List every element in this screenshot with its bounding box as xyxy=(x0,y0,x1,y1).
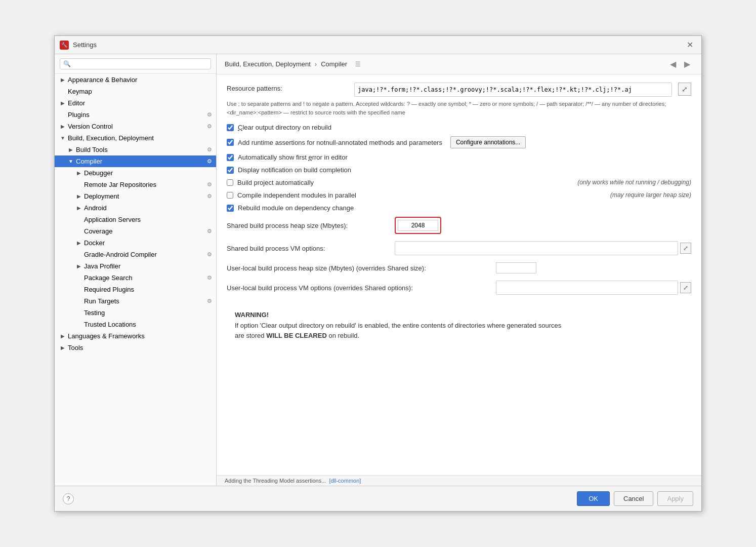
settings-icon: ⚙ xyxy=(207,158,212,165)
sidebar-item-label: Debugger xyxy=(83,169,212,177)
heap-size-input[interactable] xyxy=(398,220,438,231)
nav-forward-button[interactable]: ▶ xyxy=(681,58,693,70)
sidebar-item-package-search[interactable]: Package Search ⚙ xyxy=(55,272,216,284)
sidebar-item-coverage[interactable]: Coverage ⚙ xyxy=(55,225,216,237)
search-input[interactable] xyxy=(73,60,207,67)
expand-arrow: ▶ xyxy=(59,77,67,83)
settings-icon: ⚙ xyxy=(207,298,212,304)
sidebar-item-compiler[interactable]: ▼ Compiler ⚙ xyxy=(55,155,216,167)
expand-arrow: ▶ xyxy=(75,205,83,211)
sidebar-item-docker[interactable]: ▶ Docker xyxy=(55,237,216,249)
expand-arrow: ▶ xyxy=(59,345,67,350)
user-heap-input[interactable] xyxy=(496,262,536,274)
help-button[interactable]: ? xyxy=(63,493,74,504)
breadcrumb-parent: Build, Execution, Deployment xyxy=(225,60,311,68)
sidebar-item-app-servers[interactable]: Application Servers xyxy=(55,214,216,225)
sidebar-item-java-profiler[interactable]: ▶ Java Profiler xyxy=(55,260,216,272)
expand-arrow: ▼ xyxy=(59,135,67,141)
apply-button[interactable]: Apply xyxy=(657,491,693,506)
settings-icon: ⚙ xyxy=(207,181,212,188)
breadcrumb-current: Compiler xyxy=(321,60,347,68)
user-vm-label: User-local build process VM options (ove… xyxy=(227,284,490,292)
warning-text: If option 'Clear output directory on reb… xyxy=(235,321,683,340)
warning-title: WARNING! xyxy=(235,311,683,319)
search-bar: 🔍 xyxy=(55,54,216,74)
expand-arrow: ▶ xyxy=(75,240,83,246)
page-icon: ☰ xyxy=(355,61,361,68)
display-notification-checkbox[interactable] xyxy=(227,167,234,174)
checkbox-display-notification: Display notification on build completion xyxy=(227,166,691,174)
expand-arrow: ▶ xyxy=(67,147,75,152)
sidebar-item-tools[interactable]: ▶ Tools xyxy=(55,342,216,354)
expand-arrow: ▶ xyxy=(75,263,83,269)
sidebar-item-appearance[interactable]: ▶ Appearance & Behavior xyxy=(55,74,216,86)
cancel-button[interactable]: Cancel xyxy=(614,491,653,506)
sidebar-item-build-exec-deploy[interactable]: ▼ Build, Execution, Deployment xyxy=(55,132,216,144)
ok-button[interactable]: OK xyxy=(577,491,610,506)
expand-arrow: ▼ xyxy=(67,159,75,164)
sidebar-item-label: Appearance & Behavior xyxy=(67,75,212,84)
sidebar-item-gradle-android[interactable]: Gradle-Android Compiler ⚙ xyxy=(55,249,216,260)
clear-output-checkbox[interactable] xyxy=(227,124,234,131)
sidebar-item-remote-jar[interactable]: Remote Jar Repositories ⚙ xyxy=(55,179,216,190)
expand-arrow: ▶ xyxy=(75,193,83,199)
user-vm-expand-button[interactable]: ⤢ xyxy=(680,282,691,293)
sidebar-item-testing[interactable]: Testing xyxy=(55,307,216,319)
sidebar-item-debugger[interactable]: ▶ Debugger xyxy=(55,167,216,179)
sidebar-item-run-targets[interactable]: Run Targets ⚙ xyxy=(55,295,216,307)
build-auto-label: Build project automatically xyxy=(237,179,314,186)
configure-annotations-button[interactable]: Configure annotations... xyxy=(450,136,526,148)
show-first-error-checkbox[interactable] xyxy=(227,154,234,161)
compile-parallel-left: Compile independent modules in parallel xyxy=(227,191,459,199)
help-icon: ? xyxy=(67,495,70,502)
expand-arrow: ▶ xyxy=(75,170,83,176)
settings-icon: ⚙ xyxy=(207,275,212,281)
sidebar-item-trusted-locations[interactable]: Trusted Locations xyxy=(55,319,216,330)
checkbox-runtime-assertions: Add runtime assertions for notnull-annot… xyxy=(227,136,691,148)
sidebar-item-deployment[interactable]: ▶ Deployment ⚙ xyxy=(55,190,216,202)
display-notification-label: Display notification on build completion xyxy=(238,166,351,174)
dialog-footer: ? OK Cancel Apply xyxy=(55,486,701,511)
sidebar-item-version-control[interactable]: ▶ Version Control ⚙ xyxy=(55,121,216,132)
user-vm-row: User-local build process VM options (ove… xyxy=(227,281,691,295)
clear-output-label: Clear output directory on rebuild xyxy=(238,124,331,131)
search-icon: 🔍 xyxy=(63,60,71,67)
vm-options-input[interactable] xyxy=(395,241,678,255)
sidebar-item-languages-frameworks[interactable]: ▶ Languages & Frameworks xyxy=(55,330,216,342)
dialog-title: Settings xyxy=(73,41,680,49)
sidebar-item-label: Java Profiler xyxy=(83,262,212,270)
warning-box: WARNING! If option 'Clear output directo… xyxy=(227,305,691,346)
sidebar-item-required-plugins[interactable]: Required Plugins xyxy=(55,284,216,295)
sidebar-item-android[interactable]: ▶ Android xyxy=(55,202,216,214)
resource-patterns-input[interactable] xyxy=(354,83,672,97)
sidebar-item-editor[interactable]: ▶ Editor xyxy=(55,97,216,109)
sidebar-item-label: Docker xyxy=(83,239,212,247)
build-auto-checkbox[interactable] xyxy=(227,179,233,186)
sidebar-item-plugins[interactable]: Plugins ⚙ xyxy=(55,109,216,121)
sidebar-item-keymap[interactable]: Keymap xyxy=(55,86,216,97)
user-vm-input[interactable] xyxy=(496,281,678,295)
nav-buttons: ◀ ▶ xyxy=(667,58,693,70)
user-heap-row: User-local build process heap size (Mbyt… xyxy=(227,262,691,274)
sidebar-item-label: Gradle-Android Compiler xyxy=(83,250,207,259)
settings-icon: ⚙ xyxy=(207,228,212,235)
sidebar-item-label: Build Tools xyxy=(75,145,207,154)
rebuild-dependency-checkbox[interactable] xyxy=(227,205,234,212)
status-text: Adding the Threading Model assertions... xyxy=(225,478,326,484)
sidebar-item-label: Plugins xyxy=(67,110,207,119)
sidebar-item-build-tools[interactable]: ▶ Build Tools ⚙ xyxy=(55,144,216,155)
sidebar-item-label: Editor xyxy=(67,99,212,107)
close-button[interactable]: ✕ xyxy=(684,39,696,51)
sidebar-item-label: Build, Execution, Deployment xyxy=(67,134,212,142)
resource-expand-button[interactable]: ⤢ xyxy=(678,83,691,96)
sidebar-item-label: Android xyxy=(83,204,212,212)
compile-parallel-label: Compile independent modules in parallel xyxy=(237,191,356,199)
sidebar-item-label: Required Plugins xyxy=(83,285,212,294)
search-wrap[interactable]: 🔍 xyxy=(60,58,211,69)
nav-back-button[interactable]: ◀ xyxy=(667,58,679,70)
runtime-assertions-checkbox[interactable] xyxy=(227,139,234,146)
sidebar-item-label: Compiler xyxy=(75,157,207,166)
status-link[interactable]: [dll-common] xyxy=(329,478,361,484)
compile-parallel-checkbox[interactable] xyxy=(227,192,233,199)
vm-options-expand-button[interactable]: ⤢ xyxy=(680,243,691,254)
